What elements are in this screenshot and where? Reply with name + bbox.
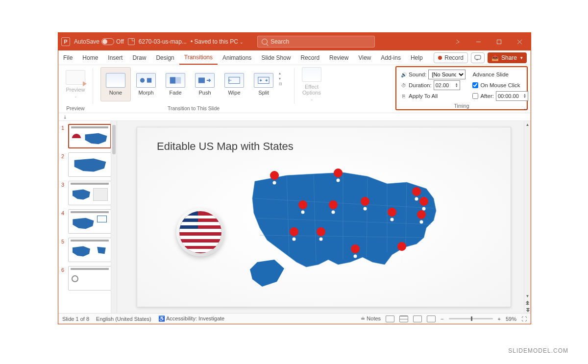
- normal-view-button[interactable]: [386, 315, 394, 322]
- thumbnail-5[interactable]: 5: [61, 238, 116, 262]
- transition-wipe[interactable]: Wipe: [220, 67, 248, 101]
- tab-draw[interactable]: Draw: [127, 50, 151, 65]
- zoom-slider[interactable]: [449, 318, 493, 319]
- slide-counter[interactable]: Slide 1 of 8: [62, 316, 89, 322]
- slide-title[interactable]: Editable US Map with States: [157, 140, 294, 153]
- us-map-shape[interactable]: [240, 162, 451, 294]
- transitions-gallery-more[interactable]: ▴▾⊟: [279, 67, 287, 86]
- advance-slide-label: Advance Slide: [472, 69, 528, 80]
- tab-file[interactable]: File: [58, 50, 77, 65]
- scroll-down-icon[interactable]: ▼: [524, 292, 531, 299]
- reading-view-button[interactable]: [413, 315, 422, 322]
- accessibility-status[interactable]: ♿ Accessibility: Investigate: [158, 315, 225, 322]
- thumbnail-4[interactable]: 4: [61, 209, 116, 234]
- sound-label: Sound:: [409, 72, 426, 77]
- apply-to-all-button[interactable]: ⎘ Apply To All: [400, 91, 466, 101]
- duration-input[interactable]: 02.00▲▼: [434, 80, 460, 90]
- svg-point-13: [337, 179, 340, 182]
- svg-rect-9: [198, 77, 205, 83]
- tab-transitions[interactable]: Transitions: [179, 50, 218, 65]
- svg-rect-4: [475, 55, 481, 59]
- group-preview: Preview ⌄ Preview: [58, 65, 93, 113]
- group-timing: 🔊 Sound: [No Sound] ⏱ Duration: 02.00▲▼ …: [395, 66, 528, 110]
- preview-button[interactable]: Preview ⌄: [60, 67, 91, 101]
- thumbnail-2[interactable]: 2: [61, 152, 116, 177]
- svg-point-14: [301, 211, 305, 214]
- thumbnail-6[interactable]: 6: [61, 266, 116, 291]
- document-name[interactable]: 6270-03-us-map...: [139, 38, 187, 45]
- qat-dropdown[interactable]: ⤓: [63, 115, 67, 120]
- slide-editor: Editable US Map with States: [117, 121, 531, 313]
- sound-select[interactable]: [No Sound]: [428, 70, 466, 79]
- us-flag-badge[interactable]: [176, 208, 224, 256]
- svg-point-21: [293, 238, 296, 241]
- maximize-button[interactable]: [490, 35, 507, 49]
- minimize-button[interactable]: [470, 35, 487, 49]
- prev-slide-icon[interactable]: ⯭: [524, 299, 531, 306]
- editor-scrollbar[interactable]: ▲ ▼ ⯭ ⯯: [524, 121, 531, 313]
- zoom-in-button[interactable]: +: [498, 316, 501, 322]
- tab-help[interactable]: Help: [406, 50, 428, 65]
- tab-home[interactable]: Home: [77, 50, 103, 65]
- group-effect-options: Effect Options ⌄: [294, 65, 329, 113]
- sound-icon: 🔊: [400, 72, 407, 78]
- autosave-state: Off: [116, 38, 124, 45]
- svg-point-22: [319, 238, 323, 241]
- after-checkbox[interactable]: [472, 93, 478, 99]
- thumbnails-scrollbar[interactable]: [111, 121, 117, 313]
- autosave-toggle[interactable]: AutoSave Off: [74, 38, 124, 45]
- tab-animations[interactable]: Animations: [218, 50, 256, 65]
- scroll-up-icon[interactable]: ▲: [524, 121, 531, 128]
- thumbnail-3[interactable]: 3: [61, 181, 116, 205]
- effect-options-button[interactable]: Effect Options ⌄: [296, 67, 327, 101]
- group-label-transitions: Transition to This Slide: [93, 105, 294, 111]
- ribbon: Preview ⌄ Preview None Morph Fade Push W…: [58, 65, 531, 113]
- after-time-input[interactable]: 00:00.00▲▼: [496, 91, 528, 101]
- tab-addins[interactable]: Add-ins: [376, 50, 406, 65]
- svg-point-5: [140, 78, 145, 82]
- notes-button[interactable]: ≐ Notes: [361, 315, 381, 322]
- on-mouse-click-checkbox[interactable]: [472, 82, 478, 88]
- language-status[interactable]: English (United States): [96, 316, 151, 322]
- tab-design[interactable]: Design: [151, 50, 179, 65]
- close-button[interactable]: [511, 35, 528, 49]
- transition-none[interactable]: None: [100, 67, 131, 101]
- svg-point-12: [273, 181, 276, 185]
- next-slide-icon[interactable]: ⯯: [524, 306, 531, 313]
- mic-icon[interactable]: [449, 35, 466, 49]
- sorter-view-button[interactable]: [399, 315, 408, 322]
- none-icon: [106, 73, 125, 88]
- slide-canvas[interactable]: Editable US Map with States: [137, 127, 511, 307]
- effect-options-icon: [302, 67, 321, 82]
- thumbnail-1[interactable]: 1: [61, 124, 116, 148]
- save-icon[interactable]: [128, 38, 135, 45]
- tab-record[interactable]: Record: [295, 50, 324, 65]
- collapse-ribbon-button[interactable]: ⌄: [523, 105, 528, 112]
- transition-split[interactable]: Split: [249, 67, 278, 101]
- tab-view[interactable]: View: [353, 50, 376, 65]
- svg-point-16: [364, 207, 367, 211]
- comments-button[interactable]: [471, 52, 485, 63]
- svg-rect-8: [170, 77, 175, 83]
- save-status[interactable]: • Saved to this PC ⌄: [191, 38, 244, 45]
- wipe-icon: [224, 73, 244, 88]
- fit-to-window-button[interactable]: ⛶: [521, 316, 527, 322]
- svg-point-20: [420, 220, 423, 224]
- svg-point-18: [415, 197, 418, 201]
- svg-point-17: [391, 218, 394, 221]
- tab-insert[interactable]: Insert: [103, 50, 127, 65]
- search-box[interactable]: Search: [257, 36, 375, 48]
- transition-push[interactable]: Push: [191, 67, 219, 101]
- svg-rect-1: [497, 40, 501, 44]
- slideshow-view-button[interactable]: [427, 315, 436, 322]
- transition-morph[interactable]: Morph: [132, 67, 160, 101]
- zoom-out-button[interactable]: −: [441, 316, 443, 322]
- group-label-preview: Preview: [58, 105, 93, 111]
- zoom-level[interactable]: 59%: [506, 316, 516, 322]
- branding-watermark: SLIDEMODEL.COM: [508, 347, 568, 354]
- tab-review[interactable]: Review: [324, 50, 353, 65]
- transition-fade[interactable]: Fade: [161, 67, 190, 101]
- record-button[interactable]: Record: [434, 52, 468, 63]
- share-button[interactable]: 📤 Share▾: [488, 52, 527, 63]
- tab-slideshow[interactable]: Slide Show: [256, 50, 295, 65]
